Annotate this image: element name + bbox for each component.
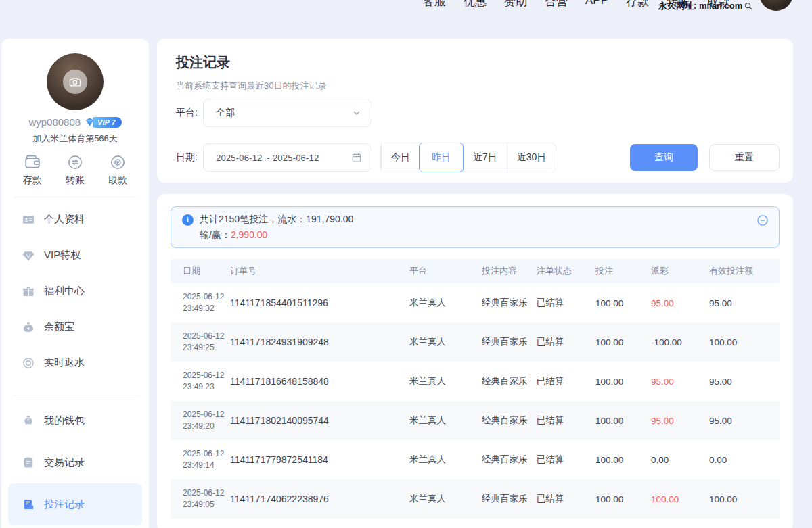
username: wyp080808 <box>28 116 81 128</box>
sidebar-item-rebate[interactable]: 实时返水 <box>1 345 149 381</box>
chevron-down-icon <box>351 107 362 118</box>
cell-bet-content: 经典百家乐 <box>482 414 537 427</box>
table-header-cell: 投注 <box>595 265 651 277</box>
gift-icon <box>22 285 35 298</box>
sidebar-menu-bottom: 我的钱包 交易记录 投注记录 <box>1 395 149 528</box>
piggy-bank-icon <box>22 414 35 427</box>
quick-date-button[interactable]: 近7日 <box>463 143 507 172</box>
sidebar-item-label: 我的钱包 <box>44 414 85 427</box>
withdraw-icon <box>109 153 127 171</box>
topnav-link[interactable]: 存款 <box>626 0 649 9</box>
table-row[interactable]: 2025-06-1223:49:05 1141171740622238976 米… <box>171 479 780 519</box>
sidebar-item-label: 投注记录 <box>44 498 85 511</box>
sidebar-item-wallet[interactable]: 我的钱包 <box>1 400 149 441</box>
money-bag-icon <box>22 320 35 334</box>
search-icon[interactable] <box>744 1 753 11</box>
sidebar-menu-top: 个人资料 VIP特权 福利中心 余额宝 实时返水 <box>1 197 149 385</box>
quick-date-button[interactable]: 昨日 <box>419 143 464 172</box>
topnav-link[interactable]: 优惠 <box>464 0 487 9</box>
topnav-link[interactable]: APP <box>585 0 608 9</box>
table-row[interactable]: 2025-06-1223:49:25 1141171824931909248 米… <box>171 322 780 362</box>
cell-payout: 95.00 <box>651 377 709 387</box>
sidebar: wyp080808 VIP 7 加入米兰体育第566天 存款 转账 <box>1 39 149 528</box>
table-row[interactable]: 2025-06-1223:49:23 1141171816648158848 米… <box>171 362 780 401</box>
sidebar-item-transactions[interactable]: 交易记录 <box>1 441 149 483</box>
cell-bet-amount: 100.00 <box>595 416 651 426</box>
join-days-text: 加入米兰体育第566天 <box>1 133 149 145</box>
quick-date-button[interactable]: 今日 <box>381 143 420 172</box>
table-row[interactable]: 2025-06-1223:49:14 1141171779872541184 米… <box>171 440 780 479</box>
deposit-label: 存款 <box>23 174 42 187</box>
cell-status: 已结算 <box>537 336 595 348</box>
id-card-icon <box>22 213 35 226</box>
cell-date: 2025-06-1223:49:32 <box>183 291 230 314</box>
sidebar-item-yuebao[interactable]: 余额宝 <box>1 309 149 345</box>
cell-status: 已结算 <box>537 454 595 466</box>
reset-button[interactable]: 重置 <box>709 144 780 171</box>
quick-actions: 存款 转账 取款 <box>1 153 149 187</box>
transfer-label: 转账 <box>66 174 85 187</box>
vip-badge: VIP 7 <box>84 116 122 128</box>
platform-select-value: 全部 <box>216 107 351 119</box>
cell-status: 已结算 <box>537 297 595 309</box>
topnav-link[interactable]: 合营 <box>545 0 568 9</box>
cell-date: 2025-06-1223:49:20 <box>183 409 230 432</box>
winloss-label: 输/赢： <box>200 229 231 240</box>
bet-records-card: i 共计2150笔投注，流水：191,790.00 输/赢：2,990.00 日… <box>157 194 793 528</box>
rebate-icon <box>22 356 35 370</box>
ledger-icon <box>22 498 35 511</box>
cell-order-number: 1141171854401511296 <box>230 297 409 308</box>
cell-platform: 米兰真人 <box>409 493 482 505</box>
table-row[interactable]: 2025-06-1223:49:32 1141171854401511296 米… <box>171 283 780 322</box>
transfer-button[interactable]: 转账 <box>66 153 85 187</box>
topnav-avatar[interactable] <box>759 0 793 11</box>
table-header-cell: 注单状态 <box>537 265 595 277</box>
cell-order-number: 1141171824931909248 <box>230 337 409 347</box>
permanent-url: 永久网址: milan.com <box>658 0 753 12</box>
cell-payout: 95.00 <box>651 416 709 426</box>
cell-platform: 米兰真人 <box>409 336 482 348</box>
table-body: 2025-06-1223:49:32 1141171854401511296 米… <box>171 283 780 519</box>
diamond-icon <box>22 249 35 262</box>
sidebar-item-label: 交易记录 <box>44 456 85 469</box>
platform-select[interactable]: 全部 <box>203 99 371 127</box>
date-range-input[interactable]: 2025-06-12 ~ 2025-06-12 <box>203 143 371 172</box>
collapse-banner-button[interactable] <box>756 214 769 227</box>
table-row[interactable]: 2025-06-1223:49:20 1141171802140095744 米… <box>171 401 780 440</box>
vip-diamond-icon <box>84 116 95 128</box>
topnav-link[interactable]: 客服 <box>423 0 446 9</box>
cell-valid-amount: 0.00 <box>709 455 780 465</box>
permanent-url-label: 永久网址: milan.com <box>658 0 742 12</box>
withdraw-button[interactable]: 取款 <box>108 153 127 187</box>
date-label: 日期: <box>176 151 203 164</box>
cell-valid-amount: 95.00 <box>709 298 780 308</box>
cell-payout: -100.00 <box>651 337 709 347</box>
camera-icon[interactable] <box>63 70 87 94</box>
sidebar-item-profile[interactable]: 个人资料 <box>1 201 149 237</box>
sidebar-item-vip[interactable]: VIP特权 <box>1 237 149 273</box>
cell-valid-amount: 95.00 <box>709 377 780 387</box>
page: 客服优惠赞助合营APP存款转账取款 永久网址: milan.com wyp080… <box>0 0 812 528</box>
clipboard-icon <box>22 456 35 469</box>
sidebar-item-label: 个人资料 <box>44 213 85 226</box>
date-range-value: 2025-06-12 ~ 2025-06-12 <box>216 153 351 163</box>
cell-payout: 100.00 <box>651 494 709 504</box>
table-header-row: 日期订单号平台投注内容注单状态投注派彩有效投注额 <box>171 259 780 283</box>
sidebar-item-bet-records[interactable]: 投注记录 <box>8 483 142 525</box>
cell-order-number: 1141171816648158848 <box>230 376 409 387</box>
minus-circle-icon <box>756 214 769 227</box>
summary-line1: 共计2150笔投注，流水：191,790.00 <box>200 214 353 226</box>
topnav-link[interactable]: 赞助 <box>504 0 527 9</box>
cell-order-number: 1141171740622238976 <box>230 494 409 504</box>
table-header-cell: 有效投注额 <box>709 265 780 277</box>
query-button[interactable]: 查询 <box>630 144 698 171</box>
deposit-button[interactable]: 存款 <box>23 153 42 187</box>
info-icon: i <box>182 214 194 226</box>
sidebar-item-welfare[interactable]: 福利中心 <box>1 273 149 309</box>
cell-platform: 米兰真人 <box>409 414 482 427</box>
cell-valid-amount: 100.00 <box>709 337 780 347</box>
cell-payout: 95.00 <box>651 298 709 308</box>
avatar[interactable] <box>47 53 104 110</box>
quick-date-button[interactable]: 近30日 <box>507 143 556 172</box>
cell-bet-amount: 100.00 <box>595 494 651 504</box>
